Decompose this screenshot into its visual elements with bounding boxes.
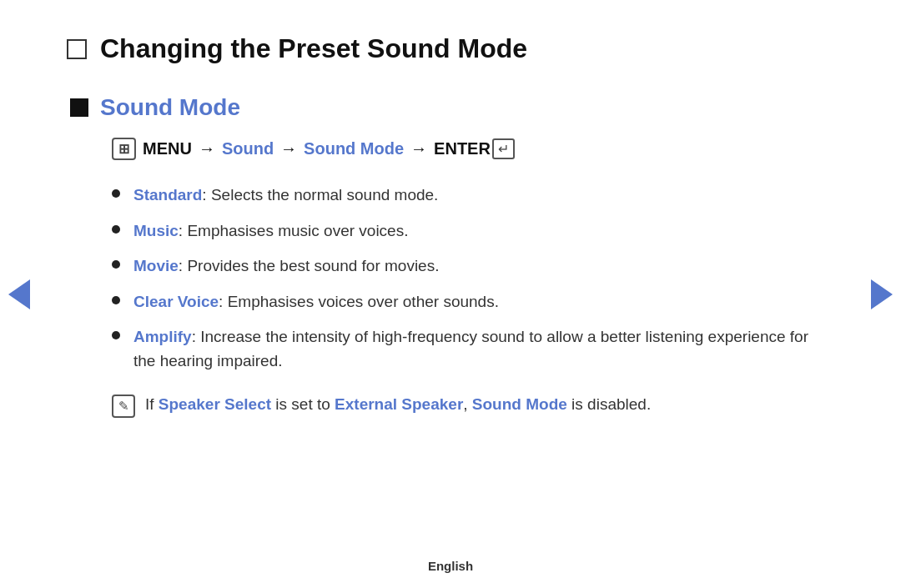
list-item: Movie: Provides the best sound for movie… (112, 254, 834, 279)
black-square-icon (70, 98, 88, 117)
bullet-dot (112, 331, 120, 339)
arrow-2: → (280, 139, 297, 158)
nav-right-arrow[interactable] (871, 279, 893, 309)
list-item: Standard: Selects the normal sound mode. (112, 183, 834, 208)
nav-left-arrow[interactable] (8, 279, 30, 309)
page-container: Changing the Preset Sound Mode Sound Mod… (0, 0, 901, 451)
external-speaker-link: External Speaker (335, 395, 463, 413)
item-term-amplify: Amplify (133, 328, 192, 345)
section-title: Sound Mode (100, 94, 240, 121)
main-title-row: Changing the Preset Sound Mode (67, 33, 834, 64)
note-row: ✎ If Speaker Select is set to External S… (112, 393, 834, 418)
menu-icon: ⊞ (112, 138, 136, 160)
bullet-list: Standard: Selects the normal sound mode.… (112, 183, 834, 373)
list-item: Amplify: Increase the intensity of high-… (112, 325, 834, 373)
item-term-clear-voice: Clear Voice (133, 293, 219, 310)
arrow-3: → (410, 139, 427, 158)
checkbox-icon (67, 39, 87, 59)
bullet-dot (112, 189, 120, 198)
list-item: Music: Emphasises music over voices. (112, 219, 834, 244)
menu-path-row: ⊞ MENU → Sound → Sound Mode → ENTER↵ (112, 138, 834, 160)
item-desc-standard: : Selects the normal sound mode. (202, 186, 438, 204)
sound-link: Sound (222, 139, 274, 158)
item-desc-music: : Emphasises music over voices. (179, 222, 409, 239)
item-term-standard: Standard (133, 186, 202, 204)
menu-label: MENU (143, 139, 192, 158)
page-title: Changing the Preset Sound Mode (100, 33, 527, 64)
item-term-music: Music (133, 222, 179, 239)
item-desc-amplify: : Increase the intensity of high-frequen… (133, 328, 808, 369)
item-desc-movie: : Provides the best sound for movies. (179, 257, 440, 274)
list-item: Clear Voice: Emphasises voices over othe… (112, 290, 834, 314)
enter-icon: ↵ (492, 138, 515, 159)
enter-label: ENTER (434, 139, 491, 158)
bullet-dot (112, 260, 120, 269)
note-text: If Speaker Select is set to External Spe… (145, 393, 651, 417)
section-title-row: Sound Mode (70, 94, 834, 121)
item-term-movie: Movie (133, 257, 179, 274)
sound-mode-note-link: Sound Mode (472, 395, 567, 413)
item-desc-clear-voice: : Emphasises voices over other sounds. (219, 293, 499, 310)
bullet-dot (112, 296, 120, 304)
arrow-1: → (199, 139, 215, 158)
sound-mode-link: Sound Mode (304, 139, 404, 158)
bullet-dot (112, 225, 120, 234)
speaker-select-link: Speaker Select (159, 395, 271, 413)
footer-language: English (428, 559, 473, 573)
note-icon: ✎ (112, 395, 135, 418)
